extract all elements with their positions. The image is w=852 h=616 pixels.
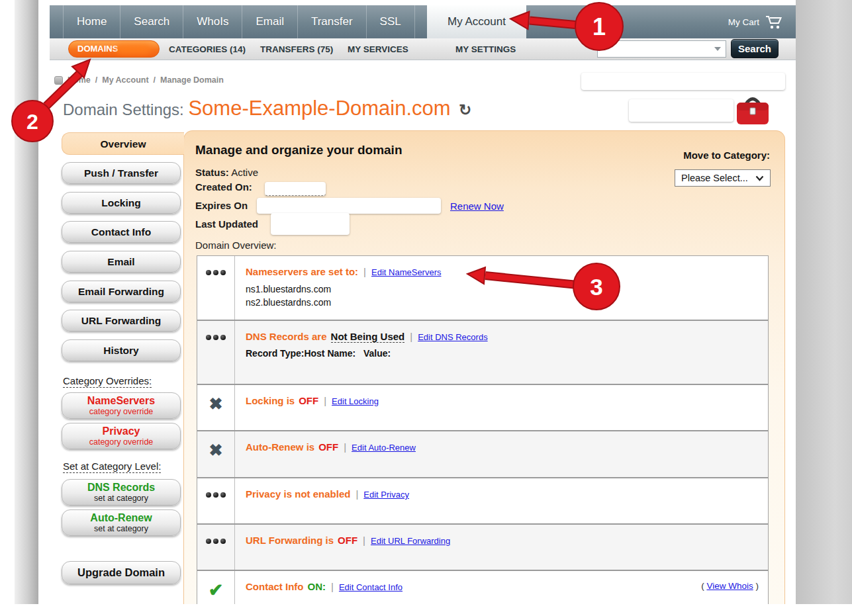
section-heading: Manage and organize your domain	[195, 143, 402, 157]
redacted-box	[581, 73, 785, 90]
refresh-icon[interactable]: ↻	[459, 101, 471, 118]
sidebar-tab-email-forwarding[interactable]: Email Forwarding	[62, 281, 181, 302]
subnav-tab-my-services[interactable]: MY SERVICES	[348, 38, 408, 60]
x-icon: ✖	[197, 385, 235, 430]
dots-icon	[197, 321, 235, 384]
dots-icon	[197, 525, 235, 570]
sidebar-tab-locking[interactable]: Locking	[62, 192, 181, 214]
edit-nameservers-link[interactable]: Edit NameServers	[371, 267, 441, 277]
redacted-box	[257, 198, 441, 214]
dots-icon	[197, 256, 235, 320]
my-cart-label: My Cart	[728, 17, 759, 27]
nav-tab-search[interactable]: Search	[120, 5, 183, 38]
sidebar-button-auto-renew-category[interactable]: Auto-Renew set at category	[62, 509, 181, 536]
row-status: Not Being Used	[331, 331, 405, 343]
search-button[interactable]: Search	[731, 39, 779, 58]
edit-locking-link[interactable]: Edit Locking	[332, 396, 379, 406]
view-whois-link[interactable]: View Whois	[706, 581, 753, 591]
sidebar-tab-url-forwarding[interactable]: URL Forwarding	[62, 310, 181, 331]
edit-privacy-link[interactable]: Edit Privacy	[363, 490, 409, 500]
domain-settings-page: Home Search WhoIs Email Transfer SSL My …	[0, 0, 852, 616]
row-privacy: Privacy is not enabled | Edit Privacy	[197, 477, 768, 523]
domain-overview-table: Nameservers are set to: | Edit NameServe…	[197, 255, 769, 611]
row-locking: ✖ Locking is OFF | Edit Locking	[197, 384, 768, 430]
status-line: Status: Active	[195, 167, 258, 178]
category-select-value: Please Select...	[681, 173, 748, 183]
renew-now-link[interactable]: Renew Now	[450, 200, 504, 212]
row-dns-records: DNS Records are Not Being Used | Edit DN…	[197, 320, 768, 384]
override-sublabel: category override	[62, 407, 180, 416]
sidebar-tab-push-transfer[interactable]: Push / Transfer	[62, 162, 181, 184]
domain-name: Some-Example-Domain.com	[188, 97, 450, 120]
nav-tab-whois[interactable]: WhoIs	[183, 5, 242, 38]
category-sublabel: set at category	[62, 524, 180, 533]
category-overrides-heading: Category Overrides:	[63, 375, 152, 386]
breadcrumb-separator: /	[154, 75, 156, 85]
breadcrumb-my-account[interactable]: My Account	[102, 75, 148, 85]
row-title: Privacy is not enabled	[246, 488, 350, 500]
sidebar-tab-contact-info[interactable]: Contact Info	[62, 221, 181, 243]
dots-icon	[197, 478, 235, 523]
row-title: Contact Info	[246, 581, 304, 592]
nameserver-value: ns1.bluestardns.com	[246, 283, 759, 296]
status-value: Active	[231, 167, 258, 178]
sidebar-tab-history[interactable]: History	[62, 339, 181, 361]
sidebar-button-dns-records-category[interactable]: DNS Records set at category	[62, 479, 181, 506]
window-left-strip	[15, 0, 38, 604]
subnav-tab-domains[interactable]: DOMAINS	[68, 40, 160, 58]
breadcrumb-separator: /	[95, 75, 97, 85]
nav-tab-ssl[interactable]: SSL	[366, 5, 415, 38]
override-label: Privacy	[62, 425, 180, 437]
window-right-background	[796, 0, 852, 604]
row-title: Locking is	[246, 395, 295, 406]
toolbox-icon[interactable]	[735, 94, 771, 127]
edit-auto-renew-link[interactable]: Edit Auto-Renew	[352, 443, 416, 453]
bottom-white-band	[0, 604, 852, 616]
breadcrumb: Home / My Account / Manage Domain	[54, 75, 224, 85]
page-title: Domain Settings: Some-Example-Domain.com…	[63, 97, 471, 120]
search-input[interactable]	[597, 40, 726, 58]
subnav-tab-transfers[interactable]: TRANSFERS (75)	[260, 38, 333, 60]
sidebar-button-nameservers-override[interactable]: NameServers category override	[62, 392, 181, 419]
x-icon: ✖	[197, 431, 235, 477]
category-select[interactable]: Please Select...	[675, 169, 771, 187]
sidebar-button-privacy-override[interactable]: Privacy category override	[62, 423, 181, 449]
created-line: Created On:	[195, 181, 252, 193]
move-to-category-label: Move to Category:	[662, 150, 770, 161]
dns-record-headers: Record Type:Host Name: Value:	[246, 348, 759, 359]
edit-dns-records-link[interactable]: Edit DNS Records	[418, 332, 487, 342]
row-title: DNS Records are	[246, 331, 327, 342]
edit-url-forwarding-link[interactable]: Edit URL Forwarding	[371, 536, 450, 546]
category-label: DNS Records	[62, 482, 180, 494]
set-at-category-heading: Set at Category Level:	[63, 461, 161, 472]
status-label: Status:	[195, 167, 229, 178]
redacted-box	[271, 213, 350, 235]
category-sublabel: set at category	[62, 494, 180, 503]
sidebar-tab-overview[interactable]: Overview	[62, 132, 184, 155]
nav-tab-home[interactable]: Home	[63, 5, 120, 38]
nameserver-value: ns2.bluestardns.com	[246, 296, 759, 309]
domain-overview-label: Domain Overview:	[195, 240, 277, 251]
row-status: OFF	[338, 535, 357, 546]
row-auto-renew: ✖ Auto-Renew is OFF | Edit Auto-Renew	[197, 430, 768, 477]
override-sublabel: category override	[62, 437, 180, 447]
edit-contact-info-link[interactable]: Edit Contact Info	[339, 582, 402, 592]
row-title: Nameservers are set to:	[246, 266, 358, 277]
subnav-tab-my-settings[interactable]: MY SETTINGS	[455, 38, 516, 60]
nav-tab-my-account-active[interactable]: My Account	[427, 5, 526, 38]
view-whois-wrapper: ( View Whois )	[701, 581, 759, 591]
subnav-tab-categories[interactable]: CATEGORIES (14)	[169, 38, 246, 60]
chevron-down-icon	[755, 175, 764, 181]
row-status: OFF	[318, 441, 338, 453]
override-label: NameServers	[62, 395, 180, 407]
sidebar-tab-email[interactable]: Email	[62, 251, 181, 273]
dropdown-arrow-icon[interactable]	[714, 46, 722, 52]
nav-tab-transfer[interactable]: Transfer	[297, 5, 366, 38]
nav-tab-email[interactable]: Email	[242, 5, 297, 38]
breadcrumb-home[interactable]: Home	[68, 75, 91, 85]
my-cart-button[interactable]: My Cart	[728, 5, 783, 38]
upgrade-domain-button[interactable]: Upgrade Domain	[62, 561, 181, 584]
nav-tabs: Home Search WhoIs Email Transfer SSL	[63, 5, 415, 38]
redacted-box	[265, 182, 326, 196]
row-title: URL Forwarding is	[246, 535, 334, 546]
